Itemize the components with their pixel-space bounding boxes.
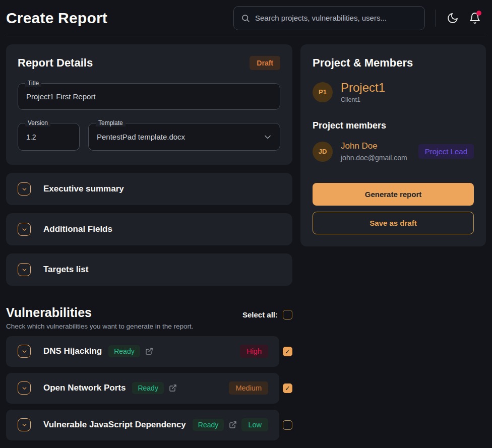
chevron-down-icon bbox=[21, 267, 28, 273]
section-additional-fields[interactable]: Additional Fields bbox=[6, 213, 292, 245]
vulnerability-row: Vulnerable JavaScript Dependency Ready L… bbox=[6, 410, 292, 440]
expand-button[interactable] bbox=[18, 418, 31, 431]
template-field-label: Template bbox=[96, 119, 126, 126]
vulnerability-row: DNS Hijacking Ready High bbox=[6, 336, 292, 367]
vulnerability-name: Open Network Ports bbox=[43, 383, 126, 393]
severity-badge: Low bbox=[241, 418, 268, 431]
title-field[interactable]: Title bbox=[18, 83, 280, 110]
section-executive-summary[interactable]: Executive summary bbox=[6, 173, 292, 205]
section-targets-list[interactable]: Targets list bbox=[6, 253, 292, 286]
project-members-subheading: Project members bbox=[313, 120, 474, 131]
page-title: Create Report bbox=[6, 10, 107, 27]
severity-badge: High bbox=[240, 345, 268, 358]
select-all-control: Select all: bbox=[242, 310, 292, 319]
search-box[interactable] bbox=[233, 6, 425, 30]
theme-toggle-button[interactable] bbox=[442, 7, 464, 29]
member-email: john.doe@gmail.com bbox=[341, 154, 407, 162]
ready-badge: Ready bbox=[132, 382, 163, 394]
report-details-heading: Report Details bbox=[18, 56, 93, 70]
expand-button[interactable] bbox=[18, 381, 31, 395]
moon-icon bbox=[447, 12, 459, 24]
template-select[interactable]: Template PentestPad template.docx bbox=[88, 123, 280, 151]
section-label: Additional Fields bbox=[43, 224, 112, 234]
chevron-down-icon bbox=[21, 348, 28, 355]
member-name-link[interactable]: John Doe bbox=[341, 141, 407, 151]
section-label: Executive summary bbox=[43, 184, 124, 194]
vulnerabilities-heading: Vulnerabilities bbox=[6, 306, 193, 320]
section-label: Targets list bbox=[43, 265, 88, 275]
vulnerability-checkbox[interactable] bbox=[283, 420, 292, 430]
vulnerability-card-open-network-ports: Open Network Ports Ready Medium bbox=[6, 373, 279, 404]
expand-button[interactable] bbox=[18, 263, 31, 276]
vulnerability-card-dns-hijacking: DNS Hijacking Ready High bbox=[6, 336, 279, 367]
external-link-icon[interactable] bbox=[169, 384, 177, 392]
project-row: P1 Project1 Client1 bbox=[313, 81, 474, 103]
member-row: JD John Doe john.doe@gmail.com Project L… bbox=[313, 141, 474, 162]
vulnerability-card-vulnerable-js-dependency: Vulnerable JavaScript Dependency Ready L… bbox=[6, 410, 279, 440]
title-field-label: Title bbox=[25, 80, 41, 87]
chevron-down-icon bbox=[21, 422, 28, 428]
vulnerability-checkbox[interactable] bbox=[283, 347, 292, 356]
notifications-button[interactable] bbox=[464, 7, 486, 29]
ready-badge: Ready bbox=[108, 345, 140, 357]
chevron-down-icon bbox=[21, 186, 28, 193]
expand-button[interactable] bbox=[18, 345, 31, 358]
generate-report-button[interactable]: Generate report bbox=[313, 183, 474, 206]
external-link-icon[interactable] bbox=[145, 347, 153, 355]
vulnerability-name: DNS Hijacking bbox=[43, 346, 102, 356]
external-link-icon[interactable] bbox=[229, 421, 237, 429]
chevron-down-icon bbox=[21, 226, 28, 233]
top-bar-actions bbox=[233, 6, 486, 30]
vulnerability-row: Open Network Ports Ready Medium bbox=[6, 373, 292, 404]
version-input[interactable] bbox=[18, 123, 79, 150]
expand-button[interactable] bbox=[18, 182, 31, 196]
select-all-label: Select all: bbox=[242, 310, 278, 319]
search-input[interactable] bbox=[255, 14, 417, 22]
status-badge: Draft bbox=[250, 56, 280, 70]
severity-badge: Medium bbox=[229, 381, 268, 395]
version-field-label: Version bbox=[25, 119, 50, 126]
chevron-down-icon bbox=[263, 132, 273, 142]
vulnerability-name: Vulnerable JavaScript Dependency bbox=[43, 420, 186, 430]
topbar-divider bbox=[435, 10, 436, 27]
vulnerability-checkbox[interactable] bbox=[283, 383, 292, 393]
project-name-link[interactable]: Project1 bbox=[341, 81, 385, 95]
role-badge: Project Lead bbox=[418, 144, 474, 159]
create-report-page: Create Report Report Details Draft bbox=[0, 0, 492, 440]
save-as-draft-button[interactable]: Save as draft bbox=[313, 212, 474, 234]
ready-badge: Ready bbox=[193, 419, 224, 431]
version-field[interactable]: Version bbox=[18, 123, 80, 151]
select-all-checkbox[interactable] bbox=[283, 310, 292, 319]
report-details-card: Report Details Draft Title Version Templ… bbox=[6, 44, 292, 165]
member-avatar: JD bbox=[313, 142, 333, 162]
template-selected-value: PentestPad template.docx bbox=[89, 123, 263, 150]
title-input[interactable] bbox=[18, 84, 280, 109]
project-members-card: Project & Members P1 Project1 Client1 Pr… bbox=[300, 44, 486, 246]
vulnerabilities-subtitle: Check which vulnerabilities you want to … bbox=[6, 323, 193, 330]
search-icon bbox=[241, 14, 250, 23]
notification-dot bbox=[476, 11, 481, 16]
expand-button[interactable] bbox=[18, 223, 31, 236]
top-bar: Create Report bbox=[6, 0, 486, 36]
client-name: Client1 bbox=[341, 96, 385, 103]
project-members-heading: Project & Members bbox=[313, 56, 474, 70]
vulnerabilities-header: Vulnerabilities Check which vulnerabilit… bbox=[6, 306, 292, 330]
chevron-down-icon bbox=[21, 385, 28, 392]
project-avatar: P1 bbox=[313, 82, 333, 102]
